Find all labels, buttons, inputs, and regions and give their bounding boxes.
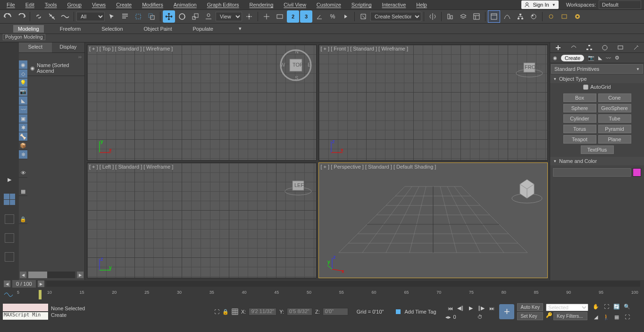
redo-button[interactable]: [15, 10, 27, 23]
create-pill[interactable]: Create: [561, 55, 584, 61]
menu-views[interactable]: Views: [88, 1, 109, 9]
teapot-button[interactable]: Teapot: [563, 135, 596, 144]
filter-helper-icon[interactable]: ◣: [19, 96, 27, 105]
menu-help[interactable]: Help: [412, 1, 431, 9]
timeline-scroll-left[interactable]: ◀: [4, 281, 10, 287]
filter-frozen-icon[interactable]: ❄: [19, 150, 27, 159]
render-setup-button[interactable]: [545, 10, 557, 23]
display-tab[interactable]: [613, 43, 628, 53]
pan-icon[interactable]: ✋: [591, 302, 601, 311]
link-button[interactable]: [33, 10, 45, 23]
set-key-plus-button[interactable]: +: [499, 304, 514, 319]
tube-button[interactable]: Tube: [598, 114, 631, 123]
unlink-button[interactable]: [46, 10, 58, 23]
workspace-select[interactable]: Default: [599, 0, 641, 9]
filter-group-icon[interactable]: ▣: [19, 114, 27, 123]
menu-civil-view[interactable]: Civil View: [280, 1, 309, 9]
menu-edit[interactable]: Edit: [22, 1, 38, 9]
schematic-view-button[interactable]: [514, 10, 527, 23]
modify-tab[interactable]: [566, 43, 581, 53]
key-filters-button[interactable]: Key Filters...: [553, 312, 587, 320]
max-toggle-icon[interactable]: ⛶: [622, 312, 632, 322]
status-prompt-box[interactable]: [3, 304, 48, 311]
motion-tab[interactable]: [597, 43, 613, 53]
isolate-icon[interactable]: ⛶: [214, 309, 219, 315]
walk-icon[interactable]: 🚶: [602, 312, 611, 322]
viewport-top[interactable]: [ + ] [ Top ] [ Standard ] [ Wireframe ]…: [87, 44, 317, 161]
zoom-icon[interactable]: 🔍: [622, 302, 632, 311]
category-dropdown[interactable]: Standard Primitives▼: [551, 64, 643, 74]
zoom-extents-icon[interactable]: ⛶: [602, 302, 611, 311]
autogrid-checkbox[interactable]: AutoGrid: [550, 83, 644, 91]
orbit-icon[interactable]: 🔄: [612, 302, 621, 311]
goto-end-button[interactable]: ⏭: [487, 304, 496, 313]
menu-animation[interactable]: Animation: [170, 1, 201, 9]
menu-scripting[interactable]: Scripting: [348, 1, 376, 9]
layer-manager-button[interactable]: [457, 10, 469, 23]
timeline-ruler[interactable]: 5101520253035404550556065707580859095100: [0, 288, 644, 302]
viewport-perspective-label[interactable]: [ + ] [ Perspective ] [ Standard ] [ Def…: [321, 164, 436, 170]
selection-lock-icon[interactable]: 🔒: [222, 309, 229, 315]
filter-light-icon[interactable]: 💡: [19, 78, 27, 87]
object-color-swatch[interactable]: [633, 168, 641, 177]
filter-geometry-icon[interactable]: ◉: [19, 60, 27, 69]
z-coord[interactable]: 0'0": [323, 308, 348, 315]
time-tag-icon[interactable]: [395, 308, 401, 315]
prev-frame-button[interactable]: ◀∥: [456, 304, 465, 313]
viewport-left-label[interactable]: [ + ] [ Left ] [ Standard ] [ Wireframe …: [89, 164, 173, 170]
sphere-button[interactable]: Sphere: [563, 104, 596, 112]
bind-spacewarp-button[interactable]: [59, 10, 71, 23]
box-button[interactable]: Box: [563, 94, 596, 102]
scene-tab-select[interactable]: Select: [19, 43, 52, 52]
geosphere-button[interactable]: GeoSphere: [598, 104, 631, 112]
menu-rendering[interactable]: Rendering: [246, 1, 277, 9]
key-filter-icon[interactable]: 🔑: [546, 312, 552, 320]
current-frame-field[interactable]: 0: [453, 314, 476, 320]
torus-button[interactable]: Torus: [563, 125, 596, 133]
render-frame-button[interactable]: [558, 10, 570, 23]
expand-viewport-icon[interactable]: ▶: [5, 175, 14, 184]
menu-interactive[interactable]: Interactive: [378, 1, 410, 9]
cylinder-button[interactable]: Cylinder: [563, 114, 596, 123]
filter-spacewarp-icon[interactable]: 〰: [19, 105, 27, 114]
named-selection-edit-button[interactable]: [357, 10, 369, 23]
scene-scroll-left[interactable]: ◀: [20, 272, 26, 278]
menu-create[interactable]: Create: [112, 1, 135, 9]
select-object-button[interactable]: [106, 10, 118, 23]
key-mode-dropdown[interactable]: Selected: [546, 304, 588, 311]
viewcube-icon[interactable]: TOPNSWE: [279, 49, 312, 82]
keyboard-shortcut-button[interactable]: [274, 10, 286, 23]
key-mode-icon[interactable]: ◂▸: [445, 314, 451, 320]
create-spacewarp-icon[interactable]: 〰: [606, 55, 611, 61]
ribbon-dropdown-icon[interactable]: ▾: [234, 23, 246, 35]
filter-camera-icon[interactable]: 📷: [19, 87, 27, 96]
menu-tools[interactable]: Tools: [41, 1, 61, 9]
hierarchy-tab[interactable]: [581, 43, 597, 53]
material-editor-button[interactable]: [527, 10, 540, 23]
scene-scroll-right[interactable]: ▶: [77, 272, 84, 278]
rotate-button[interactable]: [176, 10, 188, 23]
viewcube-icon[interactable]: [510, 172, 544, 205]
set-key-button[interactable]: Set Key: [517, 312, 543, 320]
zoom-all-icon[interactable]: ▦: [612, 312, 621, 322]
menu-file[interactable]: File: [3, 1, 19, 9]
ribbon-tab-freeform[interactable]: Freeform: [55, 25, 86, 33]
angle-snap-button[interactable]: [313, 10, 326, 23]
filter-bone-icon[interactable]: 🦴: [19, 132, 27, 141]
next-frame-button[interactable]: ∥▶: [477, 304, 486, 313]
utilities-tab[interactable]: [628, 43, 644, 53]
scene-scrollbar[interactable]: [28, 272, 75, 278]
ribbon-tab-object-paint[interactable]: Object Paint: [139, 25, 177, 33]
manipulate-button[interactable]: [260, 10, 273, 23]
mirror-button[interactable]: [427, 10, 439, 23]
name-color-rollout[interactable]: Name and Color: [550, 157, 644, 165]
scene-explorer-button[interactable]: [470, 10, 483, 23]
ribbon-toggle-button[interactable]: [488, 10, 500, 23]
viewport-layout-icon[interactable]: [4, 194, 15, 205]
render-button[interactable]: [571, 10, 584, 23]
filter-shape-icon[interactable]: ◇: [19, 69, 27, 78]
sign-in-button[interactable]: Sign In ▼: [521, 0, 558, 9]
viewport-perspective[interactable]: [ + ] [ Perspective ] [ Standard ] [ Def…: [318, 162, 548, 279]
plane-button[interactable]: Plane: [598, 135, 631, 144]
viewcube-icon[interactable]: LEFT: [284, 177, 312, 196]
